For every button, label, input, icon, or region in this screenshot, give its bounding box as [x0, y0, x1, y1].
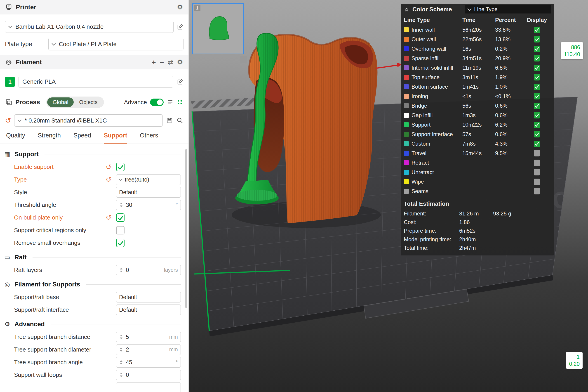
filament-slot-badge[interactable]: 1 [5, 77, 15, 87]
viewport-3d[interactable]: Bambu Cool Plate [189, 0, 588, 392]
filament-row: 1 Generic PLA [0, 70, 188, 94]
checkbox-enable-support[interactable] [116, 163, 124, 171]
printer-settings-gear-icon[interactable]: ⚙ [177, 4, 183, 11]
spinner-value: 2 [126, 346, 129, 353]
discard-changes-icon[interactable]: ↺ [5, 117, 11, 124]
ams-sync-icon[interactable]: ⇄ [168, 59, 173, 66]
process-tabs: QualityStrengthSpeedSupportOthers [0, 126, 188, 144]
select-value: Default [119, 294, 137, 300]
group-support: ▦SupportEnable support↺Type↺tree(auto)St… [3, 148, 181, 249]
preset-row: ↺ * 0.20mm Standard @BBL X1C [0, 114, 188, 126]
display-checkbox[interactable] [534, 103, 540, 109]
reset-icon[interactable]: ↺ [106, 214, 111, 221]
scope-objects-option[interactable]: Objects [74, 98, 103, 107]
display-checkbox[interactable] [534, 74, 540, 80]
color-swatch [404, 94, 409, 99]
display-checkbox[interactable] [534, 93, 540, 100]
layer-number-top: 886 [564, 44, 580, 51]
search-icon[interactable] [176, 117, 183, 124]
spinner-tree-support-branch-diameter[interactable]: 2mm [116, 344, 181, 355]
scrollbar-thumb[interactable] [185, 149, 187, 308]
advance-toggle[interactable] [150, 98, 164, 106]
tab-support[interactable]: Support [104, 132, 127, 144]
display-checkbox[interactable] [534, 46, 540, 52]
tab-others[interactable]: Others [140, 132, 158, 144]
collapse-panel-icon[interactable] [403, 6, 410, 12]
display-checkbox[interactable] [534, 84, 540, 90]
display-checkbox[interactable] [534, 36, 540, 42]
spinner-arrows[interactable] [119, 373, 123, 377]
select-style[interactable]: Default [116, 187, 181, 198]
spinner-arrows[interactable] [119, 268, 123, 272]
spinner-arrows[interactable] [119, 203, 123, 207]
remove-filament-icon[interactable]: − [159, 58, 164, 66]
display-checkbox[interactable] [534, 65, 540, 71]
estimation-row-model-printing-time: Model printing time:2h40m [404, 235, 551, 244]
spinner-arrows[interactable] [119, 348, 123, 352]
compare-presets-icon[interactable] [167, 99, 174, 106]
display-checkbox[interactable] [534, 131, 540, 138]
display-checkbox[interactable] [534, 140, 540, 147]
checkbox-support-critical-regions-only[interactable] [116, 226, 124, 234]
filament-edit-icon[interactable] [177, 78, 183, 85]
plate-thumbnail[interactable]: 1 [192, 3, 244, 54]
param-row-tree-support-branch-angle: Tree support branch angle45° [3, 356, 181, 368]
reset-icon[interactable]: ↺ [106, 163, 111, 171]
select-type[interactable]: tree(auto) [116, 174, 181, 185]
process-section-header: Process Global Objects Advance [0, 94, 188, 111]
reset-icon[interactable]: ↺ [106, 176, 111, 183]
plate-type-dropdown[interactable]: Cool Plate / PLA Plate [48, 38, 183, 50]
display-checkbox[interactable] [534, 112, 540, 118]
display-checkbox[interactable] [534, 160, 540, 166]
spinner-raft-layers[interactable]: 0layers [116, 265, 181, 275]
tab-speed[interactable]: Speed [73, 132, 91, 144]
col-time: Time [462, 17, 495, 23]
spinner-arrows[interactable] [119, 360, 123, 364]
spinner-tree-support-branch-distance[interactable]: 5mm [116, 332, 181, 342]
printer-edit-icon[interactable] [177, 24, 183, 30]
plate-list-handle[interactable] [240, 56, 247, 62]
display-checkbox[interactable] [534, 122, 540, 128]
spinner-support-wall-loops[interactable]: 0 [116, 370, 181, 380]
line-type-name: Outer wall [412, 36, 462, 42]
filament-section-title: Filament [16, 58, 42, 66]
display-checkbox[interactable] [534, 27, 540, 33]
param-label: Support critical regions only [14, 227, 106, 234]
estimation-value: 2h40m [459, 236, 493, 242]
partially-visible-input[interactable] [116, 382, 181, 392]
display-checkbox[interactable] [534, 169, 540, 176]
spinner-threshold-angle[interactable]: 30° [116, 200, 181, 210]
line-type-name: Bridge [412, 103, 462, 109]
estimation-value: 1.86 [459, 219, 493, 226]
spinner-tree-support-branch-angle[interactable]: 45° [116, 357, 181, 368]
scope-global-option[interactable]: Global [47, 98, 74, 107]
spinner-arrows[interactable] [119, 335, 123, 339]
process-preset-dropdown[interactable]: * 0.20mm Standard @BBL X1C [14, 114, 163, 126]
display-checkbox[interactable] [534, 55, 540, 62]
select-support-raft-interface[interactable]: Default [116, 304, 181, 315]
filament-dropdown[interactable]: Generic PLA [18, 76, 173, 88]
printer-model-dropdown[interactable]: Bambu Lab X1 Carbon 0.4 nozzle [5, 21, 174, 33]
color-scheme-dropdown[interactable]: Line Type [465, 5, 551, 14]
param-row-support-raft-interface: Support/raft interfaceDefault [3, 304, 181, 316]
time-value: 22m56s [462, 36, 495, 42]
save-preset-icon[interactable] [166, 117, 173, 124]
filament-settings-gear-icon[interactable]: ⚙ [177, 59, 183, 66]
checkbox-remove-small-overhangs[interactable] [116, 239, 124, 247]
select-support-raft-base[interactable]: Default [116, 292, 181, 302]
display-checkbox[interactable] [534, 188, 540, 194]
legend-row-custom: Custom7m8s4.3% [401, 139, 554, 148]
view-all-options-icon[interactable] [177, 99, 183, 105]
time-value: 15m44s [462, 150, 495, 156]
tab-strength[interactable]: Strength [38, 132, 61, 144]
layer-indicator-bottom: 1 0.20 [566, 352, 583, 369]
tab-quality[interactable]: Quality [6, 132, 25, 144]
time-value: 7m8s [462, 140, 495, 147]
display-checkbox[interactable] [534, 150, 540, 156]
time-value: 1m3s [462, 112, 495, 118]
add-filament-icon[interactable]: + [151, 58, 156, 66]
printer-section-header: Printer ⚙ [0, 0, 188, 14]
checkbox-on-build-plate-only[interactable] [116, 214, 124, 222]
left-panel-scrollbar [185, 149, 187, 390]
display-checkbox[interactable] [534, 178, 540, 185]
